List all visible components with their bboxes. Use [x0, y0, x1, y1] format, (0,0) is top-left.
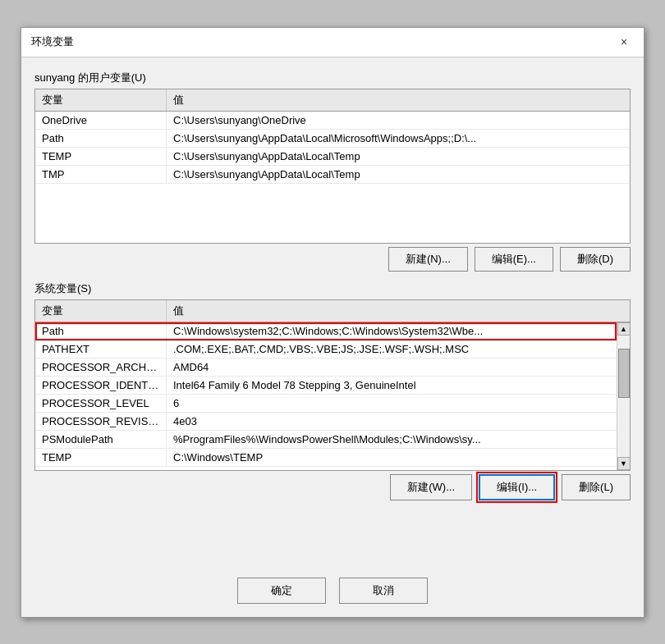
user-new-button[interactable]: 新建(N)...	[388, 247, 468, 272]
table-row[interactable]: OneDriveC:\Users\sunyang\OneDrive	[35, 112, 630, 130]
var-cell: Path	[35, 322, 167, 340]
sys-col1-header: 变量	[35, 300, 167, 322]
table-row[interactable]: TEMPC:\Windows\TEMP	[35, 449, 617, 467]
scroll-thumb[interactable]	[618, 349, 630, 398]
val-cell: .COM;.EXE;.BAT;.CMD;.VBS;.VBE;JS;.JSE;.W…	[167, 340, 617, 358]
var-cell: PROCESSOR_ARCHITECTURE	[35, 359, 167, 376]
sys-scrollbar-area: PathC:\Windows\system32;C:\Windows;C:\Wi…	[35, 322, 630, 470]
val-cell: %ProgramFiles%\WindowsPowerShell\Modules…	[167, 431, 617, 448]
environment-variables-dialog: 环境变量 × sunyang 的用户变量(U) 变量 值 OneDriveC:\…	[21, 27, 644, 618]
var-cell: PSModulePath	[35, 431, 167, 448]
var-cell: OneDrive	[35, 112, 167, 129]
table-row[interactable]: PathC:\Windows\system32;C:\Windows;C:\Wi…	[35, 322, 617, 340]
sys-button-row: 新建(W)... 编辑(I)... 删除(L)	[34, 474, 631, 500]
table-row[interactable]: PROCESSOR_IDENTIFIERIntel64 Family 6 Mod…	[35, 377, 617, 395]
table-row[interactable]: PROCESSOR_LEVEL6	[35, 395, 617, 413]
val-cell: C:\Users\sunyang\AppData\Local\Microsoft…	[167, 130, 630, 147]
table-row[interactable]: PathC:\Users\sunyang\AppData\Local\Micro…	[35, 130, 630, 148]
sys-table-header: 变量 值	[35, 300, 630, 322]
var-cell: TMP	[35, 166, 167, 183]
val-cell: 6	[167, 395, 617, 412]
close-button[interactable]: ×	[614, 32, 634, 52]
scroll-down-arrow[interactable]: ▼	[617, 457, 631, 470]
val-cell: Intel64 Family 6 Model 78 Stepping 3, Ge…	[167, 377, 617, 394]
val-cell: C:\Users\sunyang\AppData\Local\Temp	[167, 148, 630, 165]
sys-scrollbar: ▲ ▼	[617, 322, 630, 470]
val-cell: 4e03	[167, 413, 617, 430]
var-cell: TEMP	[35, 148, 167, 165]
sys-variables-section: 系统变量(S) 变量 值 PathC:\Windows\system32;C:\…	[34, 281, 631, 500]
sys-table-scroll: PathC:\Windows\system32;C:\Windows;C:\Wi…	[35, 322, 617, 470]
user-col1-header: 变量	[35, 89, 167, 111]
cancel-button[interactable]: 取消	[339, 578, 428, 604]
user-col2-header: 值	[167, 89, 630, 111]
dialog-content: sunyang 的用户变量(U) 变量 值 OneDriveC:\Users\s…	[21, 57, 644, 568]
table-row[interactable]: PSModulePath%ProgramFiles%\WindowsPowerS…	[35, 431, 617, 449]
user-button-row: 新建(N)... 编辑(E)... 删除(D)	[34, 247, 631, 272]
sys-edit-button[interactable]: 编辑(I)...	[479, 474, 555, 500]
sys-table-body: PathC:\Windows\system32;C:\Windows;C:\Wi…	[35, 322, 617, 470]
sys-section-label: 系统变量(S)	[34, 281, 631, 296]
var-cell: PROCESSOR_REVISION	[35, 413, 167, 430]
user-table-header: 变量 值	[35, 89, 630, 112]
sys-variables-table: 变量 值 PathC:\Windows\system32;C:\Windows;…	[34, 299, 631, 471]
val-cell: C:\Users\sunyang\OneDrive	[167, 112, 630, 129]
user-variables-section: sunyang 的用户变量(U) 变量 值 OneDriveC:\Users\s…	[34, 71, 631, 272]
sys-col2-header: 值	[167, 300, 630, 322]
ok-button[interactable]: 确定	[237, 578, 326, 604]
var-cell: PROCESSOR_LEVEL	[35, 395, 167, 412]
val-cell: AMD64	[167, 359, 617, 376]
val-cell: C:\Windows\system32;C:\Windows;C:\Window…	[167, 322, 617, 340]
table-row[interactable]: PROCESSOR_REVISION4e03	[35, 413, 617, 431]
title-bar: 环境变量 ×	[21, 28, 644, 57]
val-cell: C:\Windows\TEMP	[167, 449, 617, 466]
table-row[interactable]: PROCESSOR_ARCHITECTUREAMD64	[35, 359, 617, 377]
sys-delete-button[interactable]: 删除(L)	[562, 474, 631, 500]
bottom-buttons: 确定 取消	[21, 568, 644, 617]
var-cell: Path	[35, 130, 167, 147]
var-cell: PROCESSOR_IDENTIFIER	[35, 377, 167, 394]
val-cell: C:\Users\sunyang\AppData\Local\Temp	[167, 166, 630, 183]
table-row[interactable]: PATHEXT.COM;.EXE;.BAT;.CMD;.VBS;.VBE;JS;…	[35, 340, 617, 359]
dialog-title: 环境变量	[31, 34, 74, 49]
var-cell: TEMP	[35, 449, 167, 466]
scroll-up-arrow[interactable]: ▲	[617, 322, 631, 336]
user-table-body: OneDriveC:\Users\sunyang\OneDrivePathC:\…	[35, 112, 630, 243]
table-row[interactable]: TEMPC:\Users\sunyang\AppData\Local\Temp	[35, 148, 630, 166]
user-edit-button[interactable]: 编辑(E)...	[475, 247, 553, 272]
sys-new-button[interactable]: 新建(W)...	[390, 474, 472, 500]
user-section-label: sunyang 的用户变量(U)	[34, 71, 631, 85]
var-cell: PATHEXT	[35, 340, 167, 358]
user-delete-button[interactable]: 删除(D)	[560, 247, 631, 272]
table-row[interactable]: TMPC:\Users\sunyang\AppData\Local\Temp	[35, 166, 630, 184]
user-variables-table: 变量 值 OneDriveC:\Users\sunyang\OneDrivePa…	[34, 89, 631, 244]
